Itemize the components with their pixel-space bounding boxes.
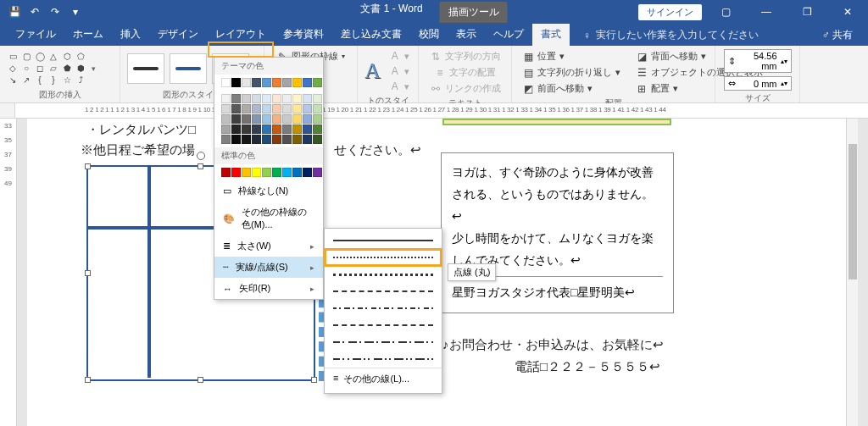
resize-handle[interactable] xyxy=(198,377,203,383)
color-swatch[interactable] xyxy=(221,124,231,134)
horizontal-ruler[interactable]: 1 2 1 2 1 1 1 2 1 3 1 4 1 5 1 6 1 7 1 8 … xyxy=(0,103,868,119)
theme-color-row[interactable] xyxy=(214,75,323,91)
scrollbar-thumb[interactable] xyxy=(849,144,857,279)
more-shapes-icon[interactable]: ▾ xyxy=(92,64,96,73)
shapes-gallery[interactable]: ▭▢◯△⬡⬠ ◇○◻▱⬟⬢ ↘↗{}☆⤴ xyxy=(7,52,86,86)
color-swatch[interactable] xyxy=(231,135,241,144)
color-swatch[interactable] xyxy=(282,94,292,103)
color-swatch[interactable] xyxy=(242,124,251,134)
color-swatch[interactable] xyxy=(292,124,302,134)
color-swatch[interactable] xyxy=(231,124,241,134)
color-swatch[interactable] xyxy=(303,114,312,124)
tab-mailings[interactable]: 差し込み文書 xyxy=(332,23,410,46)
color-swatch[interactable] xyxy=(252,94,261,103)
color-swatch[interactable] xyxy=(272,114,281,124)
color-swatch[interactable] xyxy=(313,104,322,113)
color-swatch[interactable] xyxy=(292,94,302,103)
minimize-icon[interactable]: — xyxy=(749,0,783,24)
color-swatch[interactable] xyxy=(231,94,241,103)
color-swatch[interactable] xyxy=(313,114,322,124)
text-box-shape[interactable]: ヨガは、すぐ奇跡のように身体が改善される、というものではありません。↩ 少し時間… xyxy=(441,152,674,313)
color-swatch[interactable] xyxy=(282,168,292,177)
color-swatch[interactable] xyxy=(262,78,271,87)
color-swatch[interactable] xyxy=(272,124,281,134)
more-lines-item[interactable]: ≡その他の線(L)... xyxy=(325,368,442,390)
color-swatch[interactable] xyxy=(272,168,281,177)
color-swatch[interactable] xyxy=(221,94,231,103)
ribbon-display-icon[interactable]: ▢ xyxy=(709,0,743,24)
color-swatch[interactable] xyxy=(262,135,271,144)
undo-icon[interactable]: ↶ xyxy=(25,3,44,21)
color-swatch[interactable] xyxy=(292,168,302,177)
color-swatch[interactable] xyxy=(313,94,322,103)
document-page[interactable]: ・レンタルパンツ□ ※他日程ご希望の場 せください。↩ テーマの色 標準の色 ▭… xyxy=(27,119,858,426)
vertical-scrollbar[interactable] xyxy=(846,119,858,426)
save-icon[interactable]: 💾 xyxy=(5,3,24,21)
color-swatch[interactable] xyxy=(221,168,231,177)
resize-handle[interactable] xyxy=(85,163,91,169)
redo-icon[interactable]: ↷ xyxy=(46,3,64,21)
color-swatch[interactable] xyxy=(313,168,322,177)
shape-height-input[interactable]: ⇕54.56 mm▴▾ xyxy=(724,49,792,73)
standard-color-row[interactable] xyxy=(214,164,323,180)
resize-handle[interactable] xyxy=(311,377,317,383)
dash-option-dash-dot[interactable] xyxy=(325,300,442,317)
more-colors-item[interactable]: 🎨その他の枠線の色(M)... xyxy=(214,202,323,235)
color-swatch[interactable] xyxy=(252,114,261,124)
tab-format[interactable]: 書式 xyxy=(532,23,570,46)
color-swatch[interactable] xyxy=(231,78,241,87)
color-swatch[interactable] xyxy=(303,168,312,177)
position-button[interactable]: ▦位置▾ xyxy=(519,49,624,64)
dashes-item[interactable]: ┄実線/点線(S)▸ xyxy=(214,257,323,278)
color-swatch[interactable] xyxy=(272,104,281,113)
arrows-item[interactable]: ↔矢印(R)▸ xyxy=(214,278,323,299)
resize-handle[interactable] xyxy=(85,270,91,276)
color-swatch[interactable] xyxy=(282,135,292,144)
vertical-ruler[interactable]: 33 35 37 39 49 xyxy=(0,119,17,426)
color-swatch[interactable] xyxy=(242,104,251,113)
color-swatch[interactable] xyxy=(272,94,281,103)
rotation-handle[interactable] xyxy=(197,152,205,160)
resize-handle[interactable] xyxy=(85,377,91,383)
color-swatch[interactable] xyxy=(292,104,302,113)
wordart-quick-styles[interactable]: A xyxy=(364,58,381,84)
color-swatch[interactable] xyxy=(282,114,292,124)
tab-insert[interactable]: 挿入 xyxy=(112,23,149,46)
dash-option-dash[interactable] xyxy=(325,283,442,300)
color-swatch[interactable] xyxy=(303,135,312,144)
color-swatch[interactable] xyxy=(252,135,261,144)
color-swatch[interactable] xyxy=(303,124,312,134)
color-swatch[interactable] xyxy=(252,78,261,87)
bring-forward-button[interactable]: ◩前面へ移動▾ xyxy=(519,81,624,96)
tab-file[interactable]: ファイル xyxy=(7,23,64,46)
color-swatch[interactable] xyxy=(231,114,241,124)
dash-option-solid[interactable] xyxy=(325,232,442,249)
color-swatch[interactable] xyxy=(272,135,281,144)
color-swatch[interactable] xyxy=(242,78,251,87)
color-swatch[interactable] xyxy=(262,114,271,124)
color-swatch[interactable] xyxy=(262,168,271,177)
color-swatch[interactable] xyxy=(282,124,292,134)
color-swatch[interactable] xyxy=(231,168,241,177)
dash-option-long-dash-dot[interactable] xyxy=(325,334,442,351)
tab-design[interactable]: デザイン xyxy=(149,23,207,46)
color-swatch[interactable] xyxy=(242,114,251,124)
signin-button[interactable]: サインイン xyxy=(638,4,702,20)
color-swatch[interactable] xyxy=(282,104,292,113)
dash-option-square-dot[interactable] xyxy=(325,266,442,283)
tab-references[interactable]: 参考資料 xyxy=(275,23,332,46)
color-swatch[interactable] xyxy=(303,104,312,113)
dash-option-long-dash-dot-dot[interactable] xyxy=(325,351,442,368)
dash-option-long-dash[interactable] xyxy=(325,317,442,334)
tab-help[interactable]: ヘルプ xyxy=(485,23,532,46)
color-swatch[interactable] xyxy=(292,78,302,87)
color-swatch[interactable] xyxy=(303,78,312,87)
color-swatch[interactable] xyxy=(242,135,251,144)
qat-more-icon[interactable]: ▾ xyxy=(66,3,85,21)
tab-home[interactable]: ホーム xyxy=(64,23,112,46)
color-swatch[interactable] xyxy=(252,168,261,177)
color-swatch[interactable] xyxy=(262,94,271,103)
color-swatch[interactable] xyxy=(221,104,231,113)
tab-view[interactable]: 表示 xyxy=(448,23,485,46)
color-swatch[interactable] xyxy=(262,124,271,134)
